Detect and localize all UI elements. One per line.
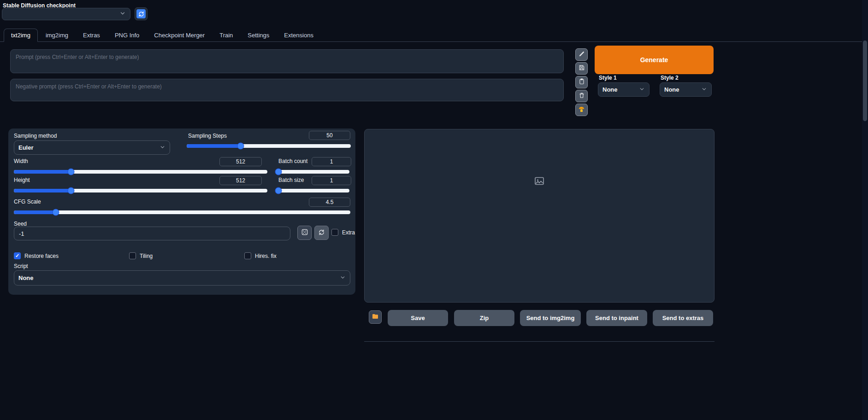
checkpoint-dropdown[interactable] — [2, 8, 130, 20]
style2-label: Style 2 — [661, 75, 679, 81]
refresh-icon — [136, 9, 146, 18]
slider-fill — [14, 189, 71, 192]
main-tabbar: txt2img img2img Extras PNG Info Checkpoi… — [0, 29, 868, 42]
slider-fill — [187, 144, 241, 148]
height-input[interactable] — [219, 176, 262, 185]
slider-handle[interactable] — [275, 169, 282, 175]
art-style-button[interactable] — [575, 104, 588, 116]
batch-count-label: Batch count — [278, 158, 307, 164]
script-dropdown[interactable]: None — [14, 270, 350, 286]
prompt-tool-column — [575, 48, 588, 116]
tab-extensions[interactable]: Extensions — [277, 29, 320, 41]
batch-size-slider[interactable] — [278, 189, 349, 192]
cfg-scale-label: CFG Scale — [14, 198, 41, 205]
checkbox-box[interactable] — [129, 252, 136, 259]
batch-count-input[interactable] — [312, 157, 351, 166]
send-to-extras-button[interactable]: Send to extras — [653, 310, 713, 326]
send-to-inpaint-button[interactable]: Send to inpaint — [586, 310, 647, 326]
slider-handle[interactable] — [67, 169, 74, 175]
tab-img2img[interactable]: img2img — [39, 29, 75, 41]
sampling-steps-slider[interactable] — [187, 144, 351, 148]
script-value: None — [18, 274, 34, 281]
page-scrollbar[interactable] — [862, 0, 868, 420]
height-slider[interactable] — [14, 189, 267, 192]
seed-input[interactable] — [14, 227, 290, 240]
trash-icon — [579, 92, 585, 100]
checkbox-box[interactable] — [331, 229, 338, 236]
negative-prompt-input[interactable] — [10, 79, 564, 101]
sampling-steps-label: Sampling Steps — [188, 133, 227, 139]
clear-prompt-button[interactable] — [575, 90, 588, 102]
slider-fill — [14, 210, 56, 214]
style2-value: None — [664, 86, 679, 93]
output-image-area[interactable] — [364, 129, 714, 303]
mushroom-icon — [578, 106, 585, 114]
tab-txt2img[interactable]: txt2img — [4, 29, 38, 42]
batch-count-slider[interactable] — [278, 170, 349, 174]
save-button[interactable]: Save — [388, 310, 448, 326]
apply-style-button[interactable] — [575, 76, 588, 88]
clipboard-icon — [579, 78, 585, 86]
sampling-method-dropdown[interactable]: Euler — [14, 140, 170, 155]
dice-icon — [301, 228, 308, 237]
sampling-method-label: Sampling method — [14, 133, 57, 139]
paintbrush-icon — [579, 51, 585, 58]
chevron-down-icon — [159, 144, 165, 152]
output-divider — [364, 341, 714, 342]
slider-handle[interactable] — [53, 209, 59, 216]
slider-handle[interactable] — [237, 143, 244, 150]
refresh-checkpoints-button[interactable] — [135, 7, 148, 20]
chevron-down-icon — [119, 10, 126, 18]
script-label: Script — [14, 263, 28, 269]
tiling-label: Tiling — [140, 253, 153, 259]
hires-fix-checkbox[interactable]: Hires. fix — [244, 252, 277, 259]
image-icon — [534, 175, 545, 188]
scrollbar-thumb[interactable] — [863, 41, 867, 121]
generate-button[interactable]: Generate — [595, 46, 714, 74]
width-slider[interactable] — [14, 170, 267, 174]
seed-label: Seed — [14, 221, 27, 227]
prompt-input[interactable] — [10, 49, 564, 73]
tab-extras[interactable]: Extras — [76, 29, 107, 41]
paintbrush-button[interactable] — [575, 48, 588, 61]
style1-label: Style 1 — [599, 75, 617, 81]
width-label: Width — [14, 158, 28, 164]
restore-faces-label: Restore faces — [24, 253, 59, 259]
cfg-scale-slider[interactable] — [14, 210, 350, 214]
extra-seed-label: Extra — [342, 229, 355, 236]
tab-train[interactable]: Train — [213, 29, 240, 41]
open-output-folder-button[interactable] — [369, 310, 382, 324]
restore-faces-checkbox[interactable]: Restore faces — [14, 252, 59, 259]
send-to-img2img-button[interactable]: Send to img2img — [520, 310, 581, 326]
tiling-checkbox[interactable]: Tiling — [129, 252, 153, 259]
extra-seed-checkbox[interactable]: Extra — [331, 229, 355, 236]
chevron-down-icon — [639, 86, 645, 93]
height-label: Height — [14, 177, 30, 183]
zip-button[interactable]: Zip — [454, 310, 514, 326]
cfg-scale-input[interactable] — [309, 198, 350, 207]
chevron-down-icon — [340, 274, 346, 282]
checkbox-box[interactable] — [14, 252, 21, 259]
sampling-steps-input[interactable] — [309, 131, 350, 140]
slider-handle[interactable] — [67, 187, 74, 194]
app-window: Stable Diffusion checkpoint txt2img img2… — [0, 0, 868, 420]
save-style-button[interactable] — [575, 62, 588, 75]
style1-dropdown[interactable]: None — [598, 82, 650, 97]
slider-handle[interactable] — [275, 187, 282, 194]
slider-fill — [14, 170, 71, 174]
chevron-down-icon — [701, 86, 707, 93]
checkbox-box[interactable] — [244, 252, 251, 259]
hires-fix-label: Hires. fix — [255, 253, 277, 259]
style1-value: None — [602, 86, 618, 93]
tab-checkpoint-merger[interactable]: Checkpoint Merger — [147, 29, 212, 41]
reuse-seed-button[interactable] — [314, 226, 329, 240]
random-seed-button[interactable] — [297, 226, 312, 240]
batch-size-label: Batch size — [278, 177, 304, 183]
recycle-icon — [318, 229, 325, 237]
save-style-icon — [579, 64, 585, 72]
tab-png-info[interactable]: PNG Info — [108, 29, 146, 41]
batch-size-input[interactable] — [312, 176, 351, 185]
width-input[interactable] — [219, 157, 262, 166]
style2-dropdown[interactable]: None — [660, 82, 712, 97]
tab-settings[interactable]: Settings — [241, 29, 276, 41]
